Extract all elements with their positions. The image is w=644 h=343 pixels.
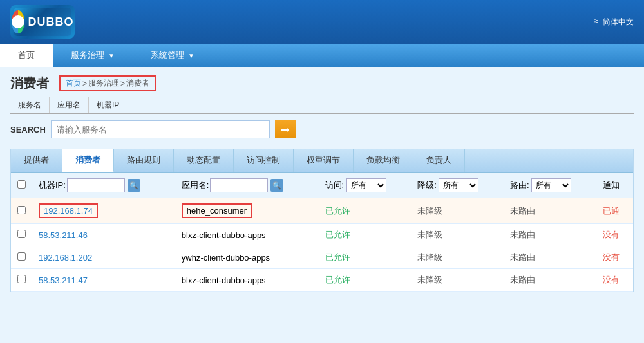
- row1-degraded-status: 未降级: [417, 206, 442, 216]
- search-button[interactable]: ➡: [275, 120, 296, 138]
- table-row: 58.53.211.47 blxz-client-dubbo-apps 已允许 …: [11, 269, 633, 292]
- search-arrow-icon: ➡: [281, 124, 289, 136]
- routed-filter-label: 路由:: [510, 180, 529, 190]
- page-title: 消费者: [10, 75, 49, 92]
- degraded-filter-cell: 降级: 所有 已降级 未降级: [411, 173, 504, 198]
- breadcrumb-section: 服务治理: [88, 78, 119, 89]
- row2-degraded-status: 未降级: [417, 230, 442, 239]
- logo-text: DUBBO: [28, 15, 74, 29]
- routed-filter-cell: 路由: 所有 已路由 未路由: [504, 173, 596, 198]
- search-row: SEARCH ➡: [10, 120, 634, 138]
- row4-app-cell: blxz-client-dubbo-apps: [175, 269, 319, 292]
- row2-degraded-cell: 未降级: [411, 224, 504, 246]
- nav-home-label: 首页: [18, 50, 35, 61]
- nav-item-home[interactable]: 首页: [0, 44, 53, 67]
- ip-search-icon: 🔍: [129, 181, 138, 190]
- nav-item-service[interactable]: 服务治理 ▼: [53, 44, 133, 67]
- row4-checkbox-cell: [11, 269, 32, 292]
- filter-tab-ip[interactable]: 机器IP: [89, 97, 127, 113]
- table-row: 58.53.211.46 blxz-client-dubbo-apps 已允许 …: [11, 224, 633, 246]
- logo-ring-icon: [12, 10, 24, 33]
- row2-notify-status: 没有: [603, 230, 620, 239]
- app-col-label: 应用名:: [182, 180, 209, 191]
- ip-search-button[interactable]: 🔍: [128, 179, 140, 192]
- row2-checkbox-cell: [11, 224, 32, 246]
- app-search-button[interactable]: 🔍: [270, 179, 283, 192]
- flag-icon: 🏳: [592, 17, 600, 26]
- row1-degraded-cell: 未降级: [411, 198, 504, 224]
- row2-app-cell: blxz-client-dubbo-apps: [175, 224, 319, 246]
- row3-degraded-cell: 未降级: [411, 246, 504, 269]
- table-container: 提供者 消费者 路由规则 动态配置 访问控制 权重调节 负载均衡 负责人 机器I…: [10, 149, 634, 292]
- logo-ring-center: [12, 15, 24, 28]
- search-input[interactable]: [51, 120, 270, 138]
- access-filter-label: 访问:: [325, 180, 345, 190]
- row1-checkbox[interactable]: [17, 206, 26, 214]
- row2-access-status: 已允许: [325, 230, 350, 239]
- logo: DUBBO: [10, 5, 75, 39]
- row4-notify-status: 没有: [603, 275, 620, 284]
- filter-tab-service[interactable]: 服务名: [10, 97, 50, 113]
- row4-degraded-cell: 未降级: [411, 269, 504, 292]
- select-all-checkbox[interactable]: [17, 180, 26, 189]
- row2-access-cell: 已允许: [319, 224, 412, 246]
- ip-filter-input[interactable]: [67, 178, 125, 192]
- data-table: 机器IP: 🔍 应用名: 🔍: [11, 173, 633, 292]
- row4-checkbox[interactable]: [17, 275, 26, 283]
- tab-access-control[interactable]: 访问控制: [234, 149, 294, 172]
- row2-checkbox[interactable]: [17, 230, 26, 238]
- row1-notify-status: 已通: [603, 206, 620, 216]
- tab-route-rule[interactable]: 路由规则: [114, 149, 174, 172]
- degraded-filter-select[interactable]: 所有 已降级 未降级: [439, 178, 478, 192]
- row3-ip-link[interactable]: 192.168.1.202: [39, 253, 92, 263]
- row1-ip-link[interactable]: 192.168.1.74: [44, 206, 93, 216]
- tab-consumer[interactable]: 消费者: [62, 149, 114, 172]
- notify-filter-cell: 通知: [596, 173, 633, 198]
- row1-access-status: 已允许: [325, 206, 350, 216]
- row4-routed-cell: 未路由: [504, 269, 596, 292]
- row1-access-cell: 已允许: [319, 198, 412, 224]
- search-label: SEARCH: [10, 125, 46, 134]
- tab-responsible[interactable]: 负责人: [413, 149, 465, 172]
- row1-ip-highlight: 192.168.1.74: [39, 203, 98, 218]
- row1-routed-status: 未路由: [510, 206, 535, 216]
- nav-item-system[interactable]: 系统管理 ▼: [133, 44, 213, 67]
- row3-routed-cell: 未路由: [504, 246, 596, 269]
- nav-service-arrow-icon: ▼: [108, 52, 115, 59]
- app-filter-input[interactable]: [210, 178, 268, 192]
- row3-checkbox-cell: [11, 246, 32, 269]
- row4-access-status: 已允许: [325, 275, 350, 284]
- nav-bar: 首页 服务治理 ▼ 系统管理 ▼: [0, 44, 644, 67]
- logo-inner: DUBBO: [14, 8, 71, 36]
- tab-dynamic-config[interactable]: 动态配置: [174, 149, 234, 172]
- app-filter-cell: 应用名: 🔍: [175, 173, 319, 198]
- row1-app-highlight: hehe_consumer: [182, 203, 252, 218]
- row3-access-cell: 已允许: [319, 246, 412, 269]
- tab-bar: 提供者 消费者 路由规则 动态配置 访问控制 权重调节 负载均衡 负责人: [11, 149, 633, 173]
- row2-ip-link[interactable]: 58.53.211.46: [39, 230, 88, 240]
- row1-app-label: hehe_consumer: [187, 206, 247, 216]
- access-filter-select[interactable]: 所有 已允许 已禁止: [346, 178, 386, 192]
- breadcrumb-home[interactable]: 首页: [66, 78, 81, 89]
- app-filter-group: 应用名: 🔍: [182, 178, 312, 192]
- header: DUBBO 🏳 简体中文: [0, 0, 644, 44]
- row4-ip-cell: 58.53.211.47: [32, 269, 175, 292]
- nav-system-label: 系统管理: [151, 50, 184, 61]
- filter-tab-app[interactable]: 应用名: [50, 97, 89, 113]
- routed-filter-select[interactable]: 所有 已路由 未路由: [531, 178, 571, 192]
- tab-weight[interactable]: 权重调节: [294, 149, 354, 172]
- row3-notify-status: 没有: [603, 252, 620, 262]
- row3-checkbox[interactable]: [17, 252, 26, 261]
- tab-provider[interactable]: 提供者: [11, 149, 62, 172]
- access-filter-cell: 访问: 所有 已允许 已禁止: [319, 173, 412, 198]
- row4-notify-cell: 没有: [596, 269, 633, 292]
- row4-app-label: blxz-client-dubbo-apps: [182, 275, 266, 285]
- row4-ip-link[interactable]: 58.53.211.47: [39, 275, 88, 285]
- notify-col-label: 通知: [603, 180, 620, 190]
- app-search-icon: 🔍: [272, 181, 281, 190]
- language-selector[interactable]: 🏳 简体中文: [592, 17, 634, 28]
- lang-label: 简体中文: [603, 17, 634, 28]
- tab-load-balance[interactable]: 负载均衡: [354, 149, 413, 172]
- table-row: 192.168.1.202 ywhz-client-dubbo-apps 已允许…: [11, 246, 633, 269]
- row1-checkbox-cell: [11, 198, 32, 224]
